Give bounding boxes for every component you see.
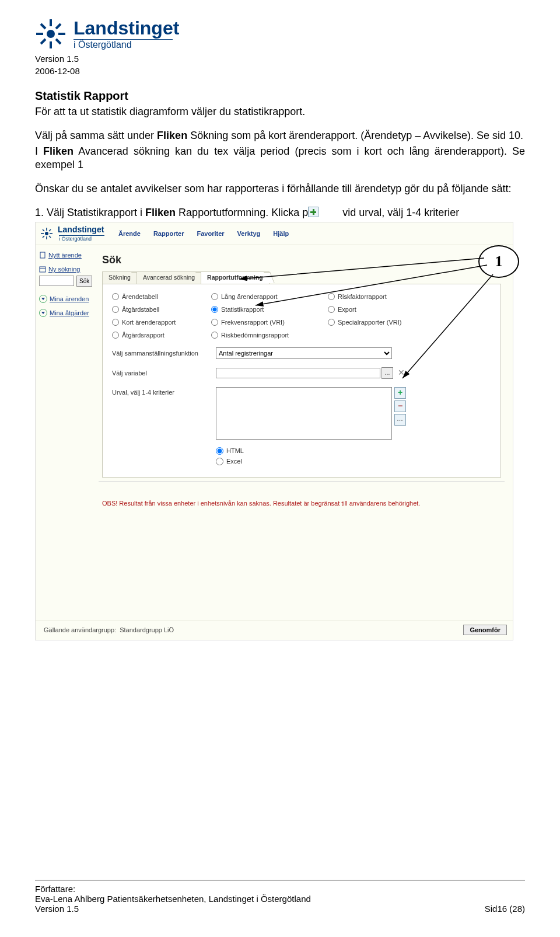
row-sammanstallning: Välj sammanställningsfunktion Antal regi… — [112, 347, 491, 359]
side-search: Sök — [39, 276, 95, 287]
annotation-callout-1: 1 — [478, 245, 519, 278]
opt-atgardsrapport[interactable]: Åtgärdsrapport — [112, 331, 211, 339]
menu-rapporter[interactable]: Rapporter — [153, 229, 184, 238]
calendar-icon — [39, 266, 46, 273]
row-variabel: Välj variabel ... ✕ — [112, 367, 491, 379]
plus-inline-icon — [308, 207, 318, 217]
side-link-ny-sokning[interactable]: Ny sökning — [39, 265, 95, 273]
svg-point-0 — [47, 30, 55, 38]
page-footer: Författare: Eva-Lena Ahlberg Patientsäke… — [35, 880, 525, 914]
select-sammanstallning[interactable]: Antal registreringar — [216, 347, 392, 359]
doc-version: Version 1.5 — [35, 54, 525, 64]
brand-text: Landstinget i Östergötland — [74, 18, 179, 50]
fmt-excel[interactable]: Excel — [216, 457, 491, 465]
menu-verktyg[interactable]: Verktyg — [237, 229, 261, 238]
footer-left: Författare: Eva-Lena Ahlberg Patientsäke… — [35, 884, 311, 914]
warning-text: OBS! Resultat från vissa enheter i enhet… — [102, 496, 501, 507]
opt-arendetabell[interactable]: Ärendetabell — [112, 292, 211, 301]
report-type-options: Ärendetabell Lång ärenderapport Riskfakt… — [112, 292, 491, 339]
para-intro: För att ta ut statistik diagramform välj… — [35, 105, 525, 119]
svg-rect-2 — [40, 252, 45, 258]
opt-kort[interactable]: Kort ärenderapport — [112, 318, 211, 326]
landstinget-logo-icon — [35, 18, 66, 50]
para-avancerad: I Fliken Avancerad sökning kan du tex vä… — [35, 145, 525, 172]
page-header: Landstinget i Östergötland — [35, 18, 525, 50]
menu-favoriter[interactable]: Favoriter — [197, 229, 224, 238]
app-sidebar: Nytt ärende Ny sökning Sök Mina äre — [36, 245, 99, 515]
document-icon — [39, 252, 46, 259]
footer-page-number: Sid16 (28) — [485, 904, 525, 914]
tab-sokning[interactable]: Sökning — [102, 271, 137, 283]
genomfor-button[interactable]: Genomför — [463, 625, 507, 635]
urval-listbox[interactable] — [216, 387, 392, 440]
tab-rapportutformning[interactable]: Rapportutformning — [201, 271, 270, 283]
opt-export[interactable]: Export — [328, 305, 444, 314]
divider — [99, 481, 505, 482]
app-top-bar: Landstinget i Östergötland Ärende Rappor… — [36, 222, 513, 245]
clear-icon[interactable]: ✕ — [398, 368, 405, 378]
side-link-mina-atgarder[interactable]: Mina åtgärder — [39, 309, 95, 317]
opt-statistik[interactable]: Statistikrapport — [211, 305, 328, 314]
brand-title: Landstinget — [74, 18, 179, 39]
app-main: Sök Sökning Avancerad sökning Rapportutf… — [99, 245, 513, 515]
para-onskar: Önskar du se antalet avvikelser som har … — [35, 182, 525, 196]
brand-subtitle: i Östergötland — [74, 39, 173, 50]
fmt-html[interactable]: HTML — [216, 447, 491, 455]
para-sokning: Välj på samma sätt under Fliken Sökning … — [35, 129, 525, 142]
svg-point-1 — [45, 232, 48, 235]
browse-criteria-button[interactable]: ... — [394, 414, 406, 426]
app-logo-icon — [40, 227, 53, 240]
input-variabel[interactable] — [216, 368, 380, 378]
para-step1: 1. Välj Statistikrapport i Fliken Rappor… — [35, 206, 525, 220]
app-menu: Ärende Rapporter Favoriter Verktyg Hjälp — [118, 229, 289, 238]
svg-rect-3 — [40, 267, 46, 272]
menu-arende[interactable]: Ärende — [118, 229, 141, 238]
opt-atgardstabell[interactable]: Åtgärdstabell — [112, 305, 211, 314]
page-title-sok: Sök — [102, 253, 505, 267]
heading-statistik: Statistik Rapport — [35, 89, 525, 104]
chevron-down-icon — [39, 309, 47, 317]
app-screenshot: Landstinget i Östergötland Ärende Rappor… — [35, 222, 513, 640]
tab-avancerad[interactable]: Avancerad sökning — [136, 271, 201, 283]
menu-hjalp[interactable]: Hjälp — [273, 229, 289, 238]
side-search-button[interactable]: Sök — [76, 276, 92, 287]
add-criteria-button[interactable]: + — [394, 387, 406, 399]
doc-body: Statistik Rapport För att ta ut statisti… — [35, 89, 525, 640]
side-link-nytt-arende[interactable]: Nytt ärende — [39, 251, 95, 259]
opt-frekvens[interactable]: Frekvensrapport (VRI) — [211, 318, 328, 326]
report-panel: Ärendetabell Lång ärenderapport Riskfakt… — [102, 284, 501, 478]
side-link-mina-arenden[interactable]: Mina ärenden — [39, 295, 95, 303]
app-brand: Landstinget i Östergötland — [59, 225, 104, 242]
remove-criteria-button[interactable]: − — [394, 400, 406, 412]
doc-date: 2006-12-08 — [35, 66, 525, 76]
opt-special[interactable]: Specialrapporter (VRI) — [328, 318, 444, 326]
row-urval: Urval, välj 1-4 kriterier + − ... — [112, 387, 491, 440]
tab-row: Sökning Avancerad sökning Rapportutformn… — [102, 271, 505, 283]
chevron-down-icon — [39, 295, 47, 303]
bottom-bar: Gällande användargrupp: Standardgrupp Li… — [36, 621, 513, 640]
opt-riskfaktor[interactable]: Riskfaktorrapport — [328, 292, 444, 301]
side-search-input[interactable] — [39, 276, 74, 286]
picker-button[interactable]: ... — [382, 367, 393, 379]
opt-riskbedomning[interactable]: Riskbedömningsrapport — [211, 331, 328, 339]
urval-buttons: + − ... — [394, 387, 406, 426]
row-format: HTML Excel — [216, 447, 491, 465]
opt-lang[interactable]: Lång ärenderapport — [211, 292, 328, 301]
